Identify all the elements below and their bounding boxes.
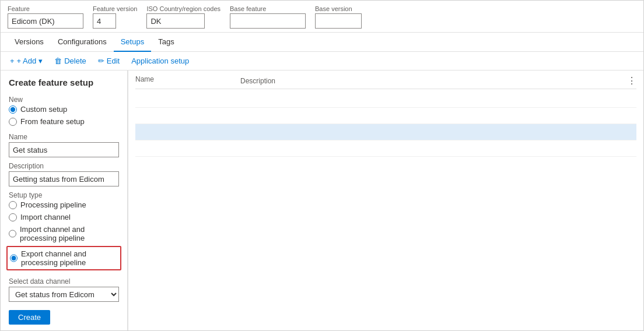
from-feature-setup-option[interactable]: From feature setup — [9, 117, 119, 126]
description-label: Description — [9, 162, 119, 170]
delete-label: Delete — [64, 57, 86, 65]
table-row-selected[interactable] — [135, 124, 636, 140]
table-row[interactable] — [135, 140, 636, 157]
table-rows — [135, 91, 636, 157]
feature-label: Feature — [8, 5, 83, 12]
top-bar: Feature Feature version ISO Country/regi… — [1, 1, 643, 33]
add-icon: + — [10, 57, 15, 65]
table-header: Name Description ⋮ — [135, 75, 636, 89]
import-channel-option[interactable]: Import channel — [9, 213, 119, 221]
processing-pipeline-radio[interactable] — [9, 201, 17, 209]
add-button[interactable]: + + Add ▾ — [8, 55, 45, 66]
col-desc-header: Description ⋮ — [240, 75, 636, 86]
custom-setup-radio[interactable] — [9, 105, 17, 114]
new-label: New — [9, 96, 119, 104]
setup-type-section: Setup type Processing pipeline Import ch… — [9, 191, 119, 273]
import-channel-label: Import channel — [20, 213, 71, 221]
create-feature-panel: Create feature setup New Custom setup Fr… — [1, 71, 128, 330]
edit-icon: ✏ — [98, 57, 104, 65]
feature-version-group: Feature version — [93, 5, 137, 29]
tab-setups[interactable]: Setups — [114, 33, 151, 52]
custom-setup-label: Custom setup — [20, 105, 67, 114]
table-row[interactable] — [135, 91, 636, 108]
processing-pipeline-option[interactable]: Processing pipeline — [9, 200, 119, 209]
select-data-channel-label: Select data channel — [9, 277, 119, 286]
from-feature-setup-radio[interactable] — [9, 118, 17, 126]
col-name-header: Name — [135, 75, 240, 86]
more-icon[interactable]: ⋮ — [627, 75, 636, 86]
select-data-channel-section: Select data channel Get status from Edic… — [9, 277, 119, 302]
tab-configurations[interactable]: Configurations — [51, 33, 114, 52]
base-version-group: Base version — [315, 5, 362, 29]
feature-group: Feature — [8, 5, 83, 29]
new-radio-group: Custom setup From feature setup — [9, 105, 119, 126]
select-data-channel-dropdown[interactable]: Get status from Edicom — [9, 287, 119, 302]
base-feature-label: Base feature — [230, 5, 306, 12]
import-channel-processing-label: Import channel and processing pipeline — [20, 225, 119, 242]
delete-icon: 🗑 — [54, 57, 62, 65]
import-channel-radio[interactable] — [9, 213, 17, 221]
export-channel-processing-option[interactable]: Export channel and processing pipeline — [10, 249, 118, 267]
app-setup-button[interactable]: Application setup — [129, 55, 191, 66]
tab-tags[interactable]: Tags — [151, 33, 181, 52]
setup-type-radio-group: Processing pipeline Import channel Impor… — [9, 200, 119, 270]
setup-type-label: Setup type — [9, 191, 119, 199]
panel-title: Create feature setup — [9, 78, 119, 87]
iso-input[interactable] — [146, 13, 205, 29]
import-channel-processing-radio[interactable] — [9, 230, 16, 238]
toolbar: + + Add ▾ 🗑 Delete ✏ Edit Application se… — [1, 52, 643, 71]
feature-version-label: Feature version — [93, 5, 137, 12]
from-feature-setup-label: From feature setup — [20, 117, 85, 126]
export-channel-processing-label: Export channel and processing pipeline — [21, 249, 118, 267]
name-input[interactable] — [9, 142, 119, 157]
base-version-label: Base version — [315, 5, 362, 12]
base-feature-input[interactable] — [230, 13, 306, 29]
name-label: Name — [9, 133, 119, 141]
table-row[interactable] — [135, 108, 636, 124]
tabs-bar: Versions Configurations Setups Tags — [1, 33, 643, 52]
export-highlighted-box: Export channel and processing pipeline — [6, 246, 121, 270]
description-section: Description — [9, 162, 119, 186]
new-section: New Custom setup From feature setup — [9, 96, 119, 128]
app-setup-label: Application setup — [131, 57, 189, 65]
right-content: Name Description ⋮ — [128, 71, 643, 330]
name-section: Name — [9, 133, 119, 157]
processing-pipeline-label: Processing pipeline — [20, 200, 86, 209]
import-channel-processing-option[interactable]: Import channel and processing pipeline — [9, 225, 119, 242]
iso-label: ISO Country/region codes — [146, 5, 220, 12]
table-area: Name Description ⋮ — [128, 71, 643, 330]
custom-setup-option[interactable]: Custom setup — [9, 105, 119, 114]
export-channel-processing-radio[interactable] — [10, 254, 18, 262]
chevron-down-icon: ▾ — [38, 57, 43, 65]
delete-button[interactable]: 🗑 Delete — [52, 55, 89, 66]
edit-label: Edit — [107, 57, 120, 65]
description-input[interactable] — [9, 171, 119, 186]
add-label: + Add — [17, 57, 37, 65]
create-button[interactable]: Create — [9, 310, 50, 325]
tab-versions[interactable]: Versions — [8, 33, 51, 52]
base-feature-group: Base feature — [230, 5, 306, 29]
feature-input[interactable] — [8, 13, 83, 29]
iso-group: ISO Country/region codes — [146, 5, 220, 29]
base-version-input[interactable] — [315, 13, 362, 29]
edit-button[interactable]: ✏ Edit — [96, 55, 122, 66]
main-content: Create feature setup New Custom setup Fr… — [1, 71, 643, 330]
feature-version-input[interactable] — [93, 13, 116, 29]
